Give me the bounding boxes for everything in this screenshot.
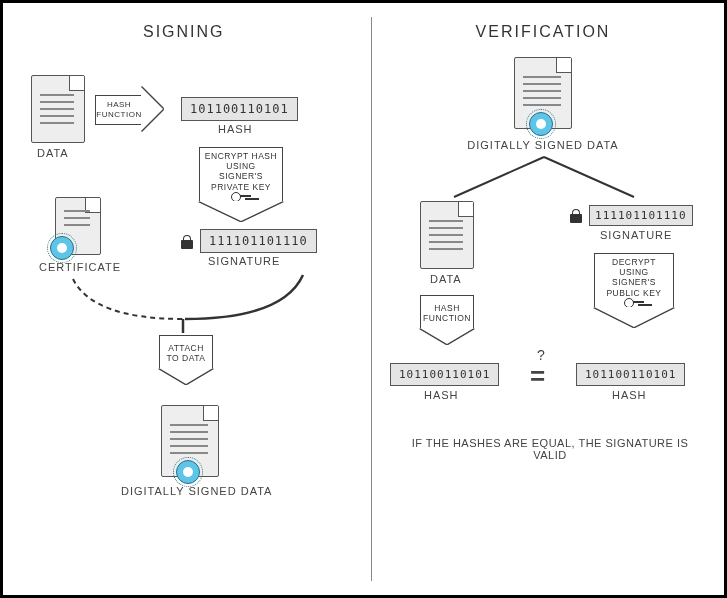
verify-data-doc-icon	[420, 201, 474, 269]
decrypt-arrow-icon: DECRYPT USING SIGNER'S PUBLIC KEY	[594, 253, 674, 327]
data-document-icon	[31, 75, 85, 143]
verify-sig-bits: 111101101110	[589, 205, 692, 226]
split-lines-icon	[424, 153, 664, 203]
hash-label: HASH	[218, 123, 253, 135]
verify-right-hash: 101100110101	[576, 363, 685, 386]
hash-bits: 101100110101	[181, 97, 298, 121]
verify-footer: IF THE HASHES ARE EQUAL, THE SIGNATURE I…	[396, 437, 704, 461]
equals-sign: =	[530, 361, 545, 392]
hash-func-text: HASH FUNCTION	[96, 100, 142, 119]
lock-icon	[570, 209, 582, 223]
verification-panel: VERIFICATION DIGITALLY SIGNED DATA DATA …	[371, 17, 714, 581]
attach-text: ATTACH TO DATA	[163, 343, 209, 363]
hash-value-box: 101100110101	[181, 97, 298, 121]
key-icon	[231, 192, 251, 200]
signature-bits: 111101101110	[200, 229, 317, 253]
verify-left-hash-label: HASH	[424, 389, 459, 401]
verify-hashfunc-arrow-icon: HASH FUNCTION	[420, 295, 474, 344]
data-label: DATA	[37, 147, 69, 159]
verify-signed-label: DIGITALLY SIGNED DATA	[467, 139, 618, 151]
signed-document-icon	[161, 405, 219, 477]
lock-icon	[181, 235, 193, 249]
verify-left-hash: 101100110101	[390, 363, 499, 386]
certificate-label: CERTIFICATE	[39, 261, 121, 273]
verify-data-label: DATA	[430, 273, 462, 285]
key-icon	[624, 298, 644, 306]
encrypt-text: ENCRYPT HASH USING SIGNER'S PRIVATE KEY	[203, 151, 279, 192]
verify-signed-doc-icon	[514, 57, 572, 129]
attach-arrow-icon: ATTACH TO DATA	[159, 335, 213, 384]
certificate-icon	[55, 197, 101, 255]
signing-title: SIGNING	[143, 23, 225, 41]
hash-function-arrow-icon: HASH FUNCTION	[95, 87, 165, 131]
signed-label: DIGITALLY SIGNED DATA	[121, 485, 272, 497]
encrypt-arrow-icon: ENCRYPT HASH USING SIGNER'S PRIVATE KEY	[199, 147, 283, 221]
verify-left-hash-box: 101100110101	[390, 363, 499, 386]
verify-sig-label: SIGNATURE	[600, 229, 672, 241]
verify-hashfunc-text: HASH FUNCTION	[423, 303, 471, 323]
verify-signature-box: 111101101110	[570, 205, 693, 226]
verify-title: VERIFICATION	[476, 23, 611, 41]
decrypt-text: DECRYPT USING SIGNER'S PUBLIC KEY	[598, 257, 670, 298]
verify-right-hash-box: 101100110101	[576, 363, 685, 386]
signing-panel: SIGNING DATA HASH FUNCTION 101100110101 …	[13, 17, 361, 581]
verify-right-hash-label: HASH	[612, 389, 647, 401]
signature-box: 111101101110	[181, 229, 317, 253]
signature-label: SIGNATURE	[208, 255, 280, 267]
diagram-frame: SIGNING DATA HASH FUNCTION 101100110101 …	[0, 0, 727, 598]
